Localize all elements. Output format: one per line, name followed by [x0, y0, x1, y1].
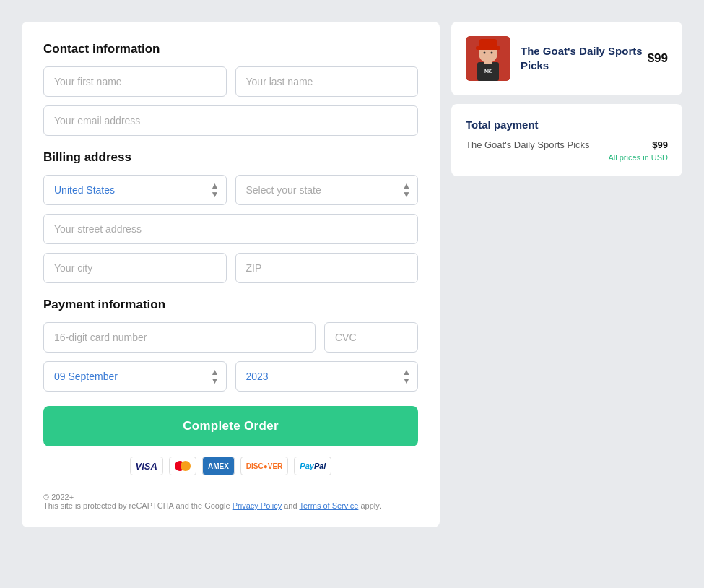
state-select-wrapper: Select your state AlabamaAlaskaArizona A… — [235, 175, 419, 205]
recaptcha-text: This site is protected by reCAPTCHA and … — [43, 501, 230, 510]
total-item-name: The Goat's Daily Sports Picks — [466, 139, 590, 150]
payment-icons-row: VISA AMEX DISC●VER PayPal — [43, 457, 418, 475]
card-number-row — [43, 322, 418, 353]
paypal-icon: PayPal — [294, 457, 331, 475]
contact-section-title: Contact information — [43, 42, 418, 56]
footer: © 2022+ This site is protected by reCAPT… — [43, 493, 418, 510]
first-name-group — [43, 66, 227, 97]
svg-point-7 — [491, 52, 493, 54]
city-group — [43, 253, 227, 283]
name-row — [43, 66, 418, 97]
zip-group — [235, 253, 419, 283]
street-row — [43, 214, 418, 244]
product-card: NK The Goat's Daily Sports Picks $99 — [451, 22, 682, 95]
card-number-group — [43, 322, 316, 353]
first-name-input[interactable] — [43, 66, 227, 97]
email-row — [43, 105, 418, 136]
svg-text:NK: NK — [484, 69, 492, 74]
complete-order-button[interactable]: Complete Order — [43, 406, 418, 446]
cvc-group — [324, 322, 418, 353]
apply-text: apply. — [360, 501, 381, 510]
mastercard-icon — [169, 457, 196, 475]
privacy-policy-link[interactable]: Privacy Policy — [233, 501, 282, 510]
billing-section: Billing address United States Canada Uni… — [43, 150, 418, 283]
mc-yellow-circle — [181, 461, 191, 471]
month-select[interactable]: 01 January 02 February 03 March 04 April… — [43, 361, 227, 392]
svg-point-6 — [484, 52, 486, 54]
payment-section-title: Payment information — [43, 298, 418, 312]
cvc-input[interactable] — [324, 322, 418, 353]
expiry-row: 01 January 02 February 03 March 04 April… — [43, 361, 418, 392]
country-select[interactable]: United States Canada United Kingdom Aust… — [43, 175, 227, 205]
terms-of-service-link[interactable]: Terms of Service — [299, 501, 358, 510]
svg-rect-5 — [479, 39, 497, 48]
amex-icon: AMEX — [202, 457, 235, 475]
discover-icon: DISC●VER — [240, 457, 289, 475]
country-select-wrapper: United States Canada United Kingdom Aust… — [43, 175, 227, 205]
email-input[interactable] — [43, 105, 418, 136]
street-input[interactable] — [43, 214, 418, 244]
left-panel: Contact information Billing address Unit… — [22, 22, 440, 527]
zip-input[interactable] — [235, 253, 419, 283]
city-input[interactable] — [43, 253, 227, 283]
right-panel: NK The Goat's Daily Sports Picks $99 Tot… — [451, 22, 682, 527]
product-thumbnail: NK — [466, 36, 510, 81]
month-select-wrapper: 01 January 02 February 03 March 04 April… — [43, 361, 227, 392]
total-label: Total payment — [466, 118, 668, 131]
product-card-inner: The Goat's Daily Sports Picks $99 — [521, 44, 668, 74]
product-price: $99 — [648, 51, 668, 66]
copyright: © 2022+ — [43, 493, 418, 501]
country-state-row: United States Canada United Kingdom Aust… — [43, 175, 418, 205]
city-zip-row — [43, 253, 418, 283]
and-text: and — [284, 501, 297, 510]
state-select[interactable]: Select your state AlabamaAlaskaArizona A… — [235, 175, 419, 205]
street-group — [43, 214, 418, 244]
year-select-wrapper: 2023 2024 2025 2026 2027 2028 2029 2030 … — [235, 361, 419, 392]
total-row: The Goat's Daily Sports Picks $99 — [466, 139, 668, 150]
product-info: The Goat's Daily Sports Picks — [521, 44, 648, 74]
year-select[interactable]: 2023 2024 2025 2026 2027 2028 2029 2030 — [235, 361, 419, 392]
recaptcha-notice: This site is protected by reCAPTCHA and … — [43, 501, 418, 510]
card-number-input[interactable] — [43, 322, 316, 353]
last-name-input[interactable] — [235, 66, 419, 97]
product-image: NK — [466, 36, 510, 81]
visa-icon: VISA — [130, 457, 163, 475]
billing-section-title: Billing address — [43, 150, 418, 165]
total-card: Total payment The Goat's Daily Sports Pi… — [451, 104, 682, 176]
last-name-group — [235, 66, 419, 97]
email-group — [43, 105, 418, 136]
total-currency-note: All prices in USD — [466, 153, 668, 162]
product-name: The Goat's Daily Sports Picks — [521, 44, 648, 74]
page-wrapper: Contact information Billing address Unit… — [14, 14, 690, 535]
total-item-price: $99 — [652, 139, 668, 150]
payment-section: Payment information 01 January 02 Februa… — [43, 298, 418, 475]
